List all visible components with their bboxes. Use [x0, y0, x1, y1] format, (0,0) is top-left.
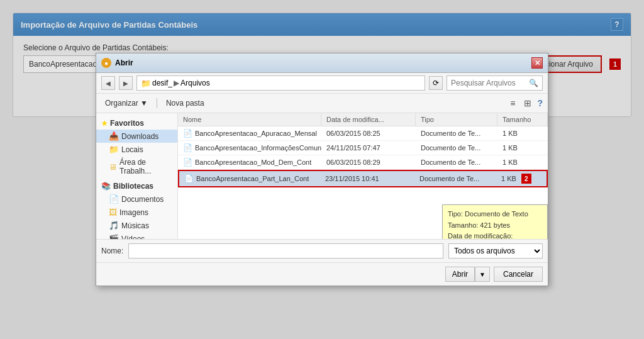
dialog-actions-bar: Organizar ▼ Nova pasta ≡ ⊞ ?: [96, 94, 548, 113]
cancelar-button[interactable]: Cancelar: [494, 267, 543, 282]
sidebar-item-imagens[interactable]: 🖼 Imagens: [96, 206, 177, 219]
file-date-cell: 24/11/2015 07:47: [321, 141, 416, 155]
desktop-icon: 🖥: [109, 162, 117, 172]
file-icon: 📄: [183, 143, 192, 152]
col-date[interactable]: Data de modifica...: [321, 113, 416, 126]
locais-icon: 📁: [109, 145, 119, 154]
file-size-cell: 1 KB: [497, 126, 548, 140]
videos-icon: 🎬: [109, 234, 119, 239]
lib-icon: 📚: [101, 182, 111, 191]
sidebar-item-documentos[interactable]: 📄 Documentos: [96, 192, 177, 206]
abrir-button[interactable]: Abrir: [445, 267, 475, 282]
sidebar-item-musicas[interactable]: 🎵 Músicas: [96, 219, 177, 232]
col-type[interactable]: Tipo: [416, 113, 497, 126]
name-label: Nome:: [101, 247, 123, 255]
abrir-dropdown-button[interactable]: ▼: [475, 267, 490, 282]
file-size-cell: 1 KB: [497, 141, 548, 155]
forward-button[interactable]: ▶: [119, 76, 133, 90]
file-name-cell: 📄 BancoApresentacao_InformaçõesComuns: [178, 141, 321, 155]
breadcrumb-part1: desif_: [152, 79, 172, 87]
sidebar-item-videos[interactable]: 🎬 Vídeos: [96, 232, 177, 239]
search-input[interactable]: [451, 79, 526, 87]
file-icon: 📄: [183, 129, 192, 138]
col-name[interactable]: Nome: [178, 113, 321, 126]
file-type-cell: Documento de Te...: [416, 155, 497, 169]
dialog-buttons: Abrir ▼ Cancelar: [96, 262, 548, 286]
bibliotecas-section: 📚 Bibliotecas 📄 Documentos 🖼 Imagens 🎵 M…: [96, 180, 177, 239]
file-name-cell: 📄 BancoApresentacao_Apuracao_Mensal: [178, 126, 321, 140]
star-icon: ★: [101, 119, 108, 128]
musicas-icon: 🎵: [109, 221, 119, 230]
file-icon: 📄: [184, 174, 194, 183]
file-type-select[interactable]: Todos os arquivos: [448, 243, 543, 258]
abrir-button-group: Abrir ▼: [445, 267, 490, 282]
dialog-content: ★ Favoritos 📥 Downloads 📁 Locais 🖥 Área …: [96, 113, 548, 239]
bibliotecas-header[interactable]: 📚 Bibliotecas: [96, 180, 177, 192]
organize-button[interactable]: Organizar ▼: [101, 97, 152, 109]
dialog-footer: Nome: Todos os arquivos: [96, 239, 548, 262]
folder-icon: 📁: [141, 79, 151, 88]
file-row[interactable]: 📄 BancoApresentacao_Mod_Dem_Cont 06/03/2…: [178, 155, 548, 170]
file-type-cell: Documento de Te...: [414, 171, 496, 186]
search-icon[interactable]: 🔍: [529, 79, 538, 87]
file-type-cell: Documento de Te...: [416, 141, 497, 155]
back-button[interactable]: ◀: [101, 76, 115, 90]
view-list-button[interactable]: ≡: [507, 96, 518, 110]
breadcrumb-part2: Arquivos: [180, 79, 210, 87]
file-row[interactable]: 📄 BancoApresentacao_InformaçõesComuns 24…: [178, 141, 548, 155]
favoritos-header[interactable]: ★ Favoritos: [96, 117, 177, 130]
breadcrumb: 📁 desif_ ▶ Arquivos: [136, 75, 425, 91]
file-tooltip: Tipo: Documento de Texto Tamanho: 421 by…: [442, 204, 548, 239]
dialog-titlebar: ● Abrir ✕: [96, 53, 548, 73]
documentos-icon: 📄: [109, 194, 119, 204]
file-icon: 📄: [183, 158, 192, 167]
file-row[interactable]: 📄 BancoApresentacao_Apuracao_Mensal 06/0…: [178, 126, 548, 141]
imagens-icon: 🖼: [109, 208, 117, 217]
help-dialog-button[interactable]: ?: [537, 98, 543, 108]
sidebar-item-downloads[interactable]: 📥 Downloads: [96, 130, 177, 143]
col-size[interactable]: Tamanho: [497, 113, 548, 126]
sidebar-item-locais[interactable]: 📁 Locais: [96, 143, 177, 156]
file-dialog: ● Abrir ✕ ◀ ▶ 📁 desif_ ▶ Arquivos ⟳ 🔍: [96, 53, 548, 286]
file-name-input[interactable]: [128, 243, 443, 258]
file-row-selected[interactable]: 📄 BancoApresentacao_Part_Lan_Cont 23/11/…: [178, 170, 548, 187]
file-name-cell: 📄 BancoApresentacao_Part_Lan_Cont: [179, 171, 320, 186]
sidebar-panel: ★ Favoritos 📥 Downloads 📁 Locais 🖥 Área …: [96, 113, 178, 239]
step2-badge: 2: [521, 174, 531, 184]
search-bar: 🔍: [447, 75, 543, 91]
dialog-title-text: Abrir: [115, 58, 133, 67]
file-size-cell: 1 KB: [497, 155, 548, 169]
dialog-toolbar: ◀ ▶ 📁 desif_ ▶ Arquivos ⟳ 🔍: [96, 73, 548, 94]
favoritos-section: ★ Favoritos 📥 Downloads 📁 Locais 🖥 Área …: [96, 117, 177, 177]
dialog-title-icon: ●: [101, 58, 111, 68]
file-list-header: Nome Data de modifica... Tipo Tamanho: [178, 113, 548, 126]
view-tiles-button[interactable]: ⊞: [521, 96, 535, 110]
new-folder-button[interactable]: Nova pasta: [162, 97, 208, 109]
separator1: [157, 98, 157, 108]
close-button[interactable]: ✕: [531, 57, 543, 69]
file-date-cell: 06/03/2015 08:25: [321, 126, 416, 140]
file-type-cell: Documento de Te...: [416, 126, 497, 140]
dialog-overlay: ● Abrir ✕ ◀ ▶ 📁 desif_ ▶ Arquivos ⟳ 🔍: [0, 0, 644, 339]
file-list-panel: Nome Data de modifica... Tipo Tamanho 📄 …: [178, 113, 548, 239]
refresh-button[interactable]: ⟳: [429, 76, 443, 90]
file-date-cell: 06/03/2015 08:29: [321, 155, 416, 169]
file-date-cell: 23/11/2015 10:41: [320, 171, 414, 186]
file-name-cell: 📄 BancoApresentacao_Mod_Dem_Cont: [178, 155, 321, 169]
sidebar-item-desktop[interactable]: 🖥 Área de Trabalh...: [96, 156, 177, 177]
breadcrumb-sep1: ▶: [174, 79, 179, 87]
downloads-icon: 📥: [109, 131, 119, 141]
file-size-cell: 1 KB 2: [496, 171, 547, 186]
